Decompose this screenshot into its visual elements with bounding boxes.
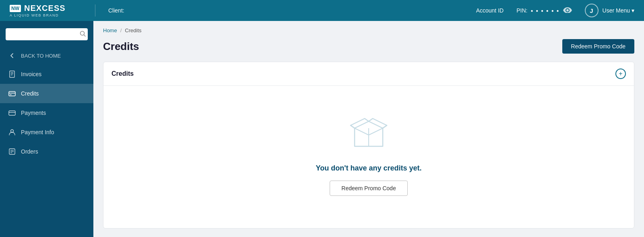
breadcrumb-separator: / — [120, 27, 122, 33]
credits-icon — [8, 89, 16, 98]
sidebar-item-payment-info-label: Payment Info — [21, 129, 54, 135]
sidebar: BACK TO HOME Invoices Credits Payments P — [0, 21, 93, 237]
logo-sub: A LIQUID WEB BRAND — [10, 13, 59, 17]
sidebar-item-invoices-label: Invoices — [21, 71, 41, 77]
svg-rect-9 — [9, 111, 15, 115]
svg-rect-2 — [10, 71, 14, 77]
sidebar-item-orders[interactable]: Orders — [0, 142, 93, 161]
top-header: NW NEXCESS A LIQUID WEB BRAND Client: Ac… — [0, 0, 644, 21]
sidebar-back-home[interactable]: BACK TO HOME — [0, 47, 93, 64]
user-menu-label: User Menu ▾ — [603, 7, 634, 14]
header-client: Client: — [108, 7, 124, 14]
logo-area: NW NEXCESS A LIQUID WEB BRAND — [10, 4, 82, 17]
pin-toggle-icon[interactable] — [563, 7, 572, 14]
invoice-icon — [8, 70, 16, 78]
svg-rect-6 — [9, 91, 15, 96]
orders-icon — [8, 148, 16, 156]
user-avatar: J — [585, 4, 599, 17]
sidebar-item-payment-info[interactable]: Payment Info — [0, 123, 93, 142]
credits-card-header: Credits + — [103, 62, 634, 86]
credits-card-title: Credits — [111, 70, 134, 77]
redeem-promo-button-top[interactable]: Redeem Promo Code — [562, 39, 634, 54]
breadcrumb-current: Credits — [125, 27, 141, 33]
search-input[interactable] — [10, 31, 77, 37]
breadcrumb: Home / Credits — [103, 27, 634, 33]
page-title: Credits — [103, 40, 139, 53]
payments-icon — [8, 109, 16, 117]
empty-message: You don't have any credits yet. — [316, 164, 421, 173]
sidebar-item-credits-label: Credits — [21, 90, 39, 97]
pin-dots: ● ● ● ● ● ● — [530, 8, 559, 13]
redeem-promo-button-center[interactable]: Redeem Promo Code — [330, 181, 407, 196]
header-account-id: Account ID — [476, 7, 504, 14]
svg-line-1 — [84, 35, 86, 37]
empty-box-icon — [347, 110, 391, 156]
sidebar-item-payments[interactable]: Payments — [0, 103, 93, 123]
search-box[interactable] — [6, 28, 88, 40]
credits-card: Credits + — [103, 62, 634, 229]
payment-info-icon — [8, 128, 16, 136]
sidebar-item-orders-label: Orders — [21, 148, 38, 155]
content-area: Home / Credits Credits Redeem Promo Code… — [93, 21, 644, 237]
add-credit-icon[interactable]: + — [615, 69, 626, 79]
logo-name: NEXCESS — [24, 4, 66, 13]
header-pin: PIN: ● ● ● ● ● ● — [516, 7, 572, 14]
credits-empty-state: You don't have any credits yet. Redeem P… — [103, 86, 634, 228]
page-title-row: Credits Redeem Promo Code — [103, 39, 634, 54]
breadcrumb-home[interactable]: Home — [103, 27, 117, 33]
header-divider — [95, 4, 95, 17]
sidebar-item-credits[interactable]: Credits — [0, 84, 93, 103]
main-layout: BACK TO HOME Invoices Credits Payments P — [0, 21, 644, 237]
sidebar-item-invoices[interactable]: Invoices — [0, 64, 93, 84]
user-menu[interactable]: J User Menu ▾ — [585, 4, 634, 17]
logo-icon: NW — [10, 5, 21, 12]
back-arrow-icon — [8, 52, 16, 60]
search-icon — [80, 31, 86, 38]
sidebar-item-payments-label: Payments — [21, 110, 46, 116]
